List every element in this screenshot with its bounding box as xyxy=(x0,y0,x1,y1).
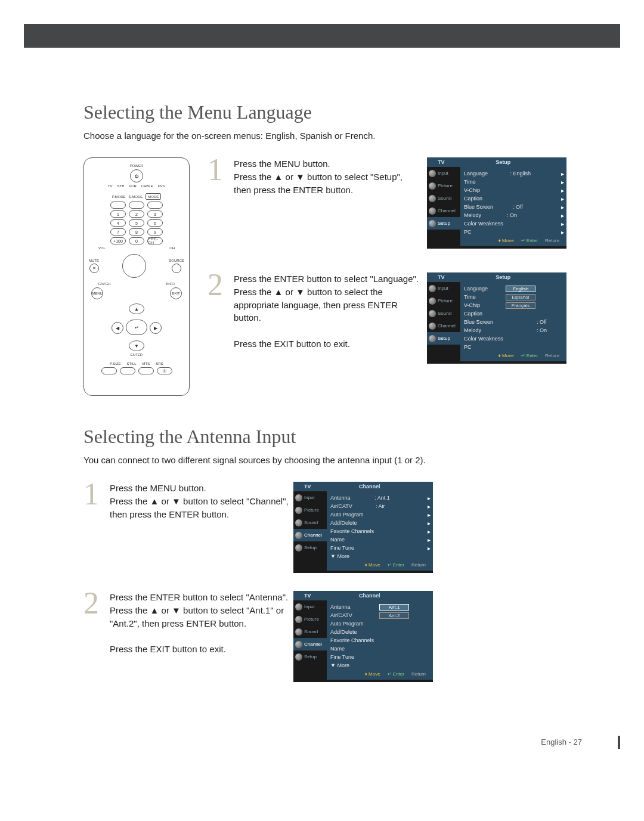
remote-plus100[interactable]: +100 xyxy=(110,237,126,244)
heading-antenna: Selecting the Antenna Input xyxy=(83,426,566,448)
remote-num-1[interactable]: 1 xyxy=(110,210,126,218)
page-number: English - 27 xyxy=(24,736,620,749)
antenna-step-number-1: 1 xyxy=(83,482,105,507)
antenna-step-number-2: 2 xyxy=(83,591,105,616)
remote-diagram: POWER ⏻ TV STB VCR CABLE DVD P.MODE S.MO… xyxy=(83,157,190,396)
osd-antenna-select: TVChannel Input Picture Sound Channel Se… xyxy=(293,591,433,682)
remote-volch-pad[interactable] xyxy=(122,254,146,278)
remote-up-button[interactable]: ▲ xyxy=(129,303,144,314)
remote-prech[interactable]: PRE-CH xyxy=(147,237,163,244)
intro-antenna: You can connect to two different signal … xyxy=(83,455,465,465)
step-number-1: 1 xyxy=(208,157,229,249)
step2-text: Press the ENTER button to select "Langua… xyxy=(234,272,422,364)
remote-exit-button[interactable]: EXIT xyxy=(170,287,182,299)
remote-down-button[interactable]: ▼ xyxy=(129,340,144,351)
remote-left-button[interactable]: ◀ xyxy=(112,322,123,334)
remote-right-button[interactable]: ▶ xyxy=(150,322,162,334)
antenna-step1-text: Press the MENU button. Press the ▲ or ▼ … xyxy=(110,482,289,521)
step1-text: Press the MENU button. Press the ▲ or ▼ … xyxy=(234,157,422,249)
antenna-step2-text: Press the ENTER button to select "Antenn… xyxy=(110,591,289,656)
osd-channel-menu: TVChannel Input Picture Sound Channel Se… xyxy=(293,482,433,573)
osd-language-select: TVSetup Input Picture Sound Channel Setu… xyxy=(427,272,566,364)
osd-setup-menu: TVSetup Input Picture Sound Channel Setu… xyxy=(427,157,566,249)
remote-enter-button[interactable]: ↵ xyxy=(126,320,147,335)
page-frame: Selecting the Menu Language Choose a lan… xyxy=(24,24,620,724)
heading-menu-language: Selecting the Menu Language xyxy=(83,101,566,123)
remote-menu-button[interactable]: MENU xyxy=(91,287,103,299)
intro-menu-language: Choose a language for the on-screen menu… xyxy=(83,131,566,141)
remote-source-button[interactable] xyxy=(172,264,181,273)
remote-dpad: ▲ ▼ ◀ ▶ ↵ xyxy=(107,303,166,351)
step-number-2: 2 xyxy=(208,272,229,364)
remote-power-button[interactable]: ⏻ xyxy=(130,169,143,182)
remote-mode-button[interactable]: MODE xyxy=(145,193,161,200)
remote-power-label: POWER xyxy=(130,164,144,168)
remote-mute-button[interactable]: ✕ xyxy=(89,264,99,273)
